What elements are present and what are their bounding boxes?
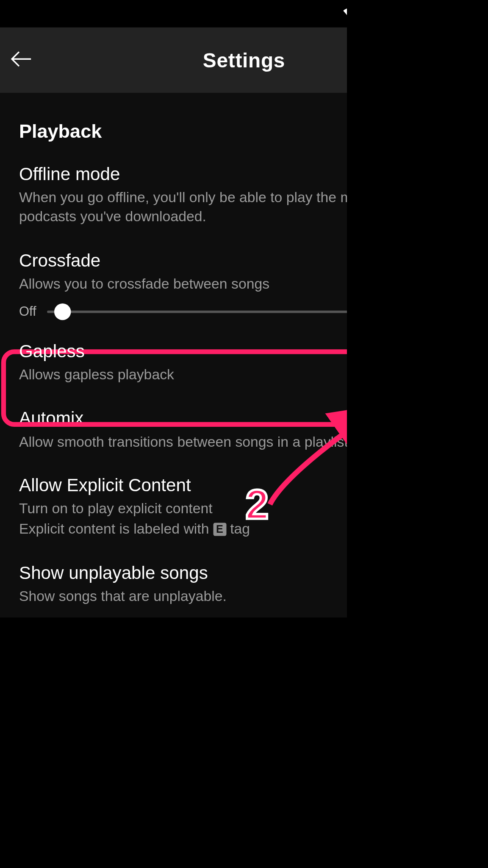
automix-desc: Allow smooth transitions between songs i… bbox=[19, 432, 347, 451]
gapless-title: Gapless bbox=[19, 341, 347, 362]
back-icon[interactable] bbox=[11, 51, 32, 70]
crossfade-title: Crossfade bbox=[19, 250, 347, 270]
explicit-title: Allow Explicit Content bbox=[19, 475, 347, 495]
setting-automix[interactable]: Automix Allow smooth transitions between… bbox=[19, 408, 347, 451]
crossfade-min: Off bbox=[19, 304, 36, 320]
setting-crossfade: Crossfade Allows you to crossfade betwee… bbox=[19, 250, 347, 293]
setting-unplayable[interactable]: Show unplayable songs Show songs that ar… bbox=[19, 562, 347, 606]
gapless-desc: Allows gapless playback bbox=[19, 365, 347, 384]
settings-content: Playback Offline mode When you go offlin… bbox=[0, 93, 347, 618]
explicit-desc2: Explicit content is labeled with E tag bbox=[19, 520, 347, 539]
crossfade-slider-row: Off 12 s bbox=[19, 303, 347, 321]
explicit-tag-icon: E bbox=[213, 523, 226, 536]
android-status-bar: 79% 19:12 bbox=[0, 0, 347, 28]
offline-desc: When you go offline, you'll only be able… bbox=[19, 188, 347, 226]
explicit-desc1: Turn on to play explicit content bbox=[19, 499, 347, 518]
setting-offline-mode[interactable]: Offline mode When you go offline, you'll… bbox=[19, 164, 347, 226]
unplayable-title: Show unplayable songs bbox=[19, 562, 347, 583]
wifi-icon bbox=[343, 8, 347, 19]
section-playback: Playback bbox=[19, 120, 347, 142]
crossfade-desc: Allows you to crossfade between songs bbox=[19, 274, 347, 294]
setting-gapless[interactable]: Gapless Allows gapless playback bbox=[19, 341, 347, 384]
page-title: Settings bbox=[0, 49, 347, 72]
crossfade-slider[interactable] bbox=[47, 303, 347, 321]
unplayable-desc: Show songs that are unplayable. bbox=[19, 587, 347, 606]
setting-explicit[interactable]: Allow Explicit Content Turn on to play e… bbox=[19, 475, 347, 539]
automix-title: Automix bbox=[19, 408, 347, 428]
app-header: Settings bbox=[0, 28, 347, 93]
offline-title: Offline mode bbox=[19, 164, 347, 184]
